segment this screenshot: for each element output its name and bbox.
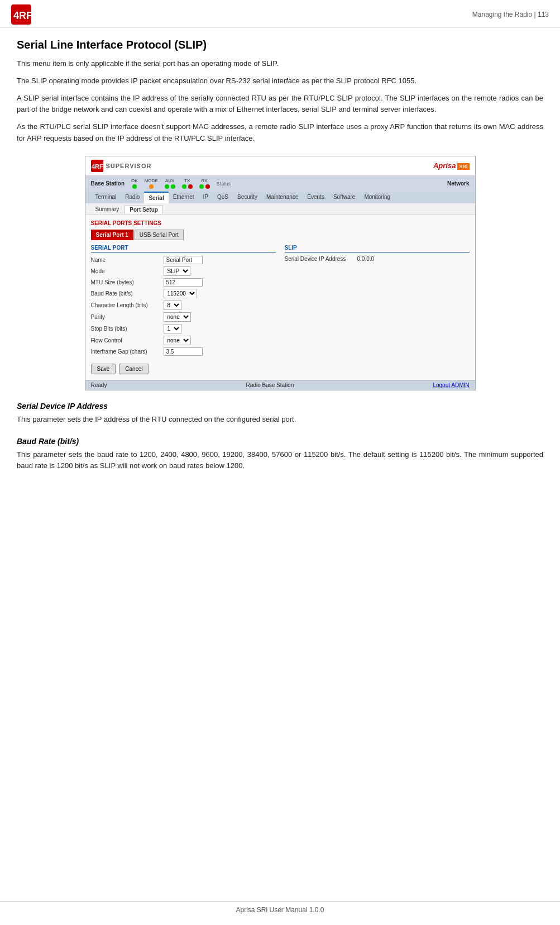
nav-tab-monitoring[interactable]: Monitoring <box>360 192 395 203</box>
field-mtu: MTU Size (bytes) 512 <box>91 278 276 287</box>
nav-tab-security[interactable]: Security <box>233 192 262 203</box>
mtu-value: 512 <box>164 278 203 287</box>
para3: A SLIP serial interface contains the IP … <box>17 93 543 116</box>
field-interframe-gap: Interframe Gap (chars) 3.5 <box>91 347 276 356</box>
nav-tabs: Terminal Radio Serial Ethernet IP QoS Se… <box>85 192 475 203</box>
status-bar: Base Station OK MODE AUX <box>85 176 475 192</box>
aux-dot1 <box>165 184 169 189</box>
svg-text:4RF: 4RF <box>13 10 31 21</box>
two-col-layout: SERIAL PORT Name Serial Port Mode SLIP M… <box>91 245 470 358</box>
interframe-gap-value: 3.5 <box>164 347 203 356</box>
sub-tabs: Summary Port Setup <box>85 203 475 214</box>
aux-dot2 <box>171 184 175 189</box>
nav-tab-terminal[interactable]: Terminal <box>91 192 121 203</box>
4rf-logo-icon: 4RF <box>11 4 31 25</box>
aprisa-badge-area: Aprisa SRi <box>433 161 470 170</box>
field-baud: Baud Rate (bit/s) 115200 <box>91 289 276 298</box>
ok-dot <box>132 184 137 189</box>
nav-tab-software[interactable]: Software <box>329 192 360 203</box>
status-section-label: Status <box>217 181 231 187</box>
field-parity: Parity none <box>91 312 276 322</box>
sub-tab-port-setup[interactable]: Port Setup <box>125 205 163 214</box>
flow-control-select[interactable]: none <box>164 336 191 345</box>
name-value: Serial Port <box>164 256 203 264</box>
supervisor-logo: 4RF SUPERVISOR <box>91 160 152 172</box>
sub-tab-summary[interactable]: Summary <box>91 205 124 214</box>
panel-area: SERIAL PORTS SETTINGS Serial Port 1 USB … <box>85 214 475 380</box>
action-buttons: Save Cancel <box>91 364 470 374</box>
para2: The SLIP operating mode provides IP pack… <box>17 75 543 87</box>
footer-status: Ready <box>91 382 107 388</box>
tx-dot1 <box>182 184 186 189</box>
nav-tab-maintenance[interactable]: Maintenance <box>262 192 303 203</box>
slip-col-title: SLIP <box>285 245 470 252</box>
para1: This menu item is only applicable if the… <box>17 58 543 70</box>
page-footer: Aprisa SRi User Manual 1.0.0 <box>0 901 560 914</box>
sub2-title: Baud Rate (bit/s) <box>17 437 543 446</box>
aux-indicator: AUX <box>165 178 175 189</box>
port-tabs: Serial Port 1 USB Serial Port <box>91 230 470 240</box>
sub1-para: This parameter sets the IP address of th… <box>17 414 543 426</box>
supervisor-brand-label: SUPERVISOR <box>106 163 152 169</box>
ok-indicator: OK <box>131 178 138 189</box>
serial-port-col: SERIAL PORT Name Serial Port Mode SLIP M… <box>91 245 276 358</box>
nav-tab-radio[interactable]: Radio <box>121 192 144 203</box>
baud-select[interactable]: 115200 <box>164 289 197 298</box>
rx-indicator: RX <box>199 178 210 189</box>
nav-tab-qos[interactable]: QoS <box>213 192 233 203</box>
status-left: Base Station OK MODE AUX <box>91 178 231 189</box>
nav-tab-ip[interactable]: IP <box>199 192 213 203</box>
footer-label: Aprisa SRi User Manual 1.0.0 <box>236 906 324 914</box>
status-indicators: OK MODE AUX TX <box>129 178 212 189</box>
logo-area: 4RF <box>11 4 36 25</box>
rx-dot2 <box>205 184 210 189</box>
supervisor-screenshot: 4RF SUPERVISOR Aprisa SRi Base Station O… <box>85 156 476 390</box>
parity-select[interactable]: none <box>164 312 191 322</box>
station-label: Base Station <box>91 180 125 187</box>
tx-dot2 <box>188 184 193 189</box>
section-title: Serial Line Interface Protocol (SLIP) <box>17 39 543 51</box>
supervisor-footer: Ready Radio Base Station Logout ADMIN <box>85 380 475 390</box>
serial-ports-settings-title: SERIAL PORTS SETTINGS <box>91 220 470 226</box>
aprisa-label: Aprisa <box>433 161 456 170</box>
mode-dot <box>149 184 154 189</box>
mode-select[interactable]: SLIP <box>164 266 190 276</box>
network-label: Network <box>447 180 469 187</box>
aprisa-sri-badge: SRi <box>457 163 469 170</box>
rx-dot1 <box>199 184 204 189</box>
main-content: Serial Line Interface Protocol (SLIP) Th… <box>0 27 560 511</box>
field-mode: Mode SLIP <box>91 266 276 276</box>
sub2-para: This parameter sets the baud rate to 120… <box>17 449 543 473</box>
field-device-ip: Serial Device IP Address 0.0.0.0 <box>285 256 470 262</box>
port-tab-serial1[interactable]: Serial Port 1 <box>91 230 133 240</box>
field-stop-bits: Stop Bits (bits) 1 <box>91 324 276 333</box>
sub1-title: Serial Device IP Address <box>17 402 543 411</box>
port-tab-usb[interactable]: USB Serial Port <box>135 230 184 240</box>
page-header: 4RF Managing the Radio | 113 <box>0 0 560 27</box>
field-name: Name Serial Port <box>91 256 276 264</box>
save-button[interactable]: Save <box>91 364 116 374</box>
device-ip-value: 0.0.0.0 <box>357 256 375 262</box>
slip-col: SLIP Serial Device IP Address 0.0.0.0 <box>285 245 470 358</box>
footer-radio: Radio Base Station <box>246 382 294 388</box>
nav-tab-serial[interactable]: Serial <box>144 192 168 203</box>
sup-4rf-icon: 4RF <box>91 160 103 172</box>
footer-user[interactable]: Logout ADMIN <box>433 382 469 388</box>
field-flow-control: Flow Control none <box>91 336 276 345</box>
tx-indicator: TX <box>182 178 193 189</box>
char-len-select[interactable]: 8 <box>164 301 181 310</box>
cancel-button[interactable]: Cancel <box>119 364 149 374</box>
page-info: Managing the Radio | 113 <box>472 11 549 18</box>
nav-tab-ethernet[interactable]: Ethernet <box>169 192 199 203</box>
supervisor-header: 4RF SUPERVISOR Aprisa SRi <box>85 156 475 176</box>
nav-tab-events[interactable]: Events <box>303 192 329 203</box>
svg-text:4RF: 4RF <box>92 163 103 170</box>
stop-bits-select[interactable]: 1 <box>164 324 181 333</box>
para4: As the RTU/PLC serial SLIP interface doe… <box>17 121 543 145</box>
serial-port-col-title: SERIAL PORT <box>91 245 276 252</box>
mode-indicator: MODE <box>145 178 158 189</box>
field-char-len: Character Length (bits) 8 <box>91 301 276 310</box>
